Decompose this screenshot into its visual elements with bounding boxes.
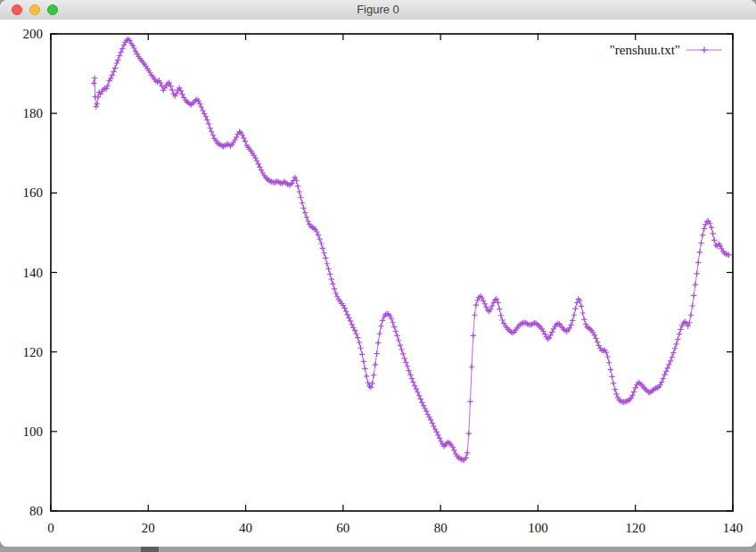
y-tick-label: 100 [23, 424, 44, 439]
legend-plus-marker-icon [702, 47, 708, 54]
traffic-lights [12, 4, 58, 15]
x-tick-label: 40 [239, 521, 252, 535]
data-series-plus-markers [91, 37, 732, 463]
plot-canvas: 02040608010012014080100120140160180200 "… [0, 20, 756, 547]
gnuplot-figure-window: Figure 0 0204060801001201408010012014016… [0, 0, 756, 547]
legend: "renshuu.txt" [610, 43, 722, 57]
axes-ticks-and-labels: 02040608010012014080100120140160180200 [23, 27, 744, 535]
window-title: Figure 0 [357, 0, 399, 20]
close-button[interactable] [12, 4, 22, 15]
x-tick-label: 0 [47, 521, 54, 535]
legend-label: "renshuu.txt" [610, 43, 680, 57]
x-tick-label: 80 [434, 521, 448, 535]
x-tick-label: 120 [625, 521, 645, 535]
y-tick-label: 140 [23, 266, 44, 280]
y-tick-label: 200 [23, 27, 44, 41]
y-tick-label: 160 [23, 185, 44, 200]
background-dark-segment [141, 547, 159, 552]
y-tick-label: 180 [23, 106, 44, 120]
y-tick-label: 80 [29, 504, 43, 518]
window-titlebar[interactable]: Figure 0 [0, 0, 756, 21]
minimize-button[interactable] [29, 4, 40, 15]
x-tick-label: 60 [336, 521, 349, 535]
chart-svg: 02040608010012014080100120140160180200 "… [0, 20, 756, 547]
plot-border [51, 34, 733, 511]
y-tick-label: 120 [23, 345, 44, 359]
x-tick-label: 20 [142, 521, 155, 535]
background-strip [0, 547, 756, 552]
x-tick-label: 100 [528, 521, 548, 535]
desktop: { "window": { "title": "Figure 0", "butt… [0, 0, 756, 552]
zoom-button[interactable] [47, 4, 58, 15]
x-tick-label: 140 [723, 521, 744, 535]
